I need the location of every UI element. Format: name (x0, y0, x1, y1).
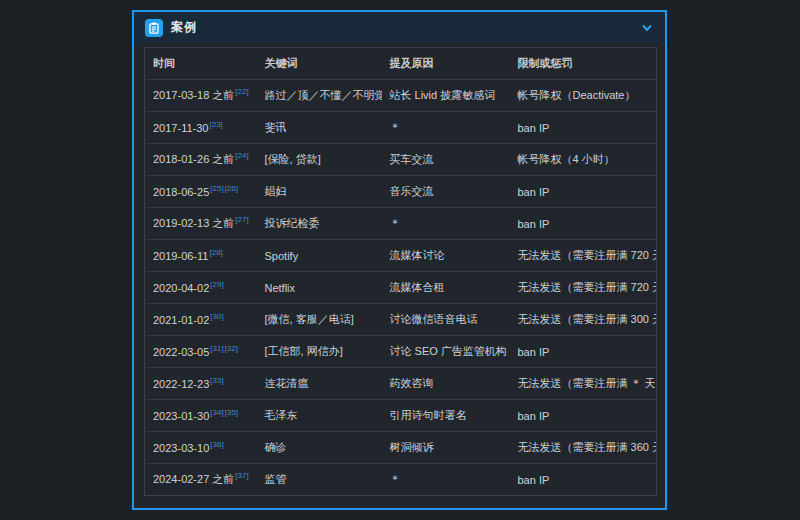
table-row: 2024-02-27 之前[37]监管＊ban IP (145, 464, 657, 496)
cell-time: 2017-03-18 之前[22] (145, 80, 257, 112)
time-text: 2022-03-05 (153, 346, 209, 358)
cell-time: 2019-02-13 之前[27] (145, 208, 257, 240)
column-header-keyword: 关键词 (257, 48, 382, 80)
column-header-penalty: 限制或惩罚 (510, 48, 657, 80)
cell-keyword: [保险, 贷款] (257, 144, 382, 176)
table-row: 2018-01-26 之前[24][保险, 贷款]买车交流帐号降权（4 小时） (145, 144, 657, 176)
cell-penalty: ban IP (510, 464, 657, 496)
time-text: 2019-02-13 之前 (153, 217, 234, 229)
citation-link[interactable]: [33] (210, 376, 223, 385)
cell-reason: 药效咨询 (382, 368, 510, 400)
cell-time: 2022-03-05[31][32] (145, 336, 257, 368)
cell-keyword: [微信, 客服／电话] (257, 304, 382, 336)
citation-link[interactable]: [29] (210, 280, 223, 289)
citation-link[interactable]: [31] (210, 344, 223, 353)
cell-reason: 讨论 SEO 广告监管机构 (382, 336, 510, 368)
table-row: 2023-01-30[34][35]毛泽东引用诗句时署名ban IP (145, 400, 657, 432)
cell-keyword: 确诊 (257, 432, 382, 464)
cases-panel-body: 时间 关键词 提及原因 限制或惩罚 2017-03-18 之前[22]路过／顶／… (134, 43, 665, 508)
cell-reason: 讨论微信语音电话 (382, 304, 510, 336)
cell-keyword: 投诉纪检委 (257, 208, 382, 240)
table-row: 2017-11-30[23]斐讯＊ban IP (145, 112, 657, 144)
table-row: 2019-06-11[28]Spotify流媒体讨论无法发送（需要注册满 720… (145, 240, 657, 272)
table-row: 2017-03-18 之前[22]路过／顶／不懂／不明觉厉站长 Livid 披露… (145, 80, 657, 112)
cell-keyword: 监管 (257, 464, 382, 496)
cell-keyword: 毛泽东 (257, 400, 382, 432)
cell-penalty: ban IP (510, 208, 657, 240)
time-text: 2024-02-27 之前 (153, 473, 234, 485)
cases-panel-header[interactable]: 案例 (134, 12, 665, 43)
cell-keyword: [工信部, 网信办] (257, 336, 382, 368)
citation-link[interactable]: [25] (210, 184, 223, 193)
cases-panel: 案例 时间 关键词 提及原因 限制或惩罚 (132, 10, 667, 510)
cell-penalty: 无法发送（需要注册满 ＊ 天） (510, 368, 657, 400)
citation-link[interactable]: [28] (209, 248, 222, 257)
cell-penalty: 帐号降权（Deactivate） (510, 80, 657, 112)
cell-keyword: Netflix (257, 272, 382, 304)
time-text: 2017-03-18 之前 (153, 89, 234, 101)
cell-keyword: 娼妇 (257, 176, 382, 208)
citation-link[interactable]: [24] (235, 151, 248, 160)
table-header-row: 时间 关键词 提及原因 限制或惩罚 (145, 48, 657, 80)
time-text: 2018-06-25 (153, 186, 209, 198)
time-text: 2018-01-26 之前 (153, 153, 234, 165)
cell-penalty: ban IP (510, 400, 657, 432)
cell-time: 2020-04-02[29] (145, 272, 257, 304)
table-row: 2022-03-05[31][32][工信部, 网信办]讨论 SEO 广告监管机… (145, 336, 657, 368)
panel-title: 案例 (171, 19, 197, 36)
cell-reason: 流媒体讨论 (382, 240, 510, 272)
cell-reason: 音乐交流 (382, 176, 510, 208)
cell-reason: 站长 Livid 披露敏感词 (382, 80, 510, 112)
cell-penalty: 无法发送（需要注册满 360 天） (510, 432, 657, 464)
time-text: 2023-01-30 (153, 410, 209, 422)
citation-link[interactable]: [30] (210, 312, 223, 321)
citation-link[interactable]: [23] (209, 120, 222, 129)
citation-link[interactable]: [34] (210, 408, 223, 417)
cell-penalty: 无法发送（需要注册满 720 天） (510, 272, 657, 304)
cell-penalty: 无法发送（需要注册满 300 天） (510, 304, 657, 336)
chevron-down-icon[interactable] (640, 21, 654, 35)
cell-reason: 引用诗句时署名 (382, 400, 510, 432)
cases-table: 时间 关键词 提及原因 限制或惩罚 2017-03-18 之前[22]路过／顶／… (144, 47, 657, 496)
cell-reason: 树洞倾诉 (382, 432, 510, 464)
cell-time: 2023-01-30[34][35] (145, 400, 257, 432)
citation-link[interactable]: [26] (225, 184, 238, 193)
cell-penalty: 帐号降权（4 小时） (510, 144, 657, 176)
cell-penalty: ban IP (510, 176, 657, 208)
cell-time: 2018-06-25[25][26] (145, 176, 257, 208)
cell-reason: ＊ (382, 112, 510, 144)
cell-time: 2018-01-26 之前[24] (145, 144, 257, 176)
citation-link[interactable]: [27] (235, 215, 248, 224)
table-row: 2020-04-02[29]Netflix流媒体合租无法发送（需要注册满 720… (145, 272, 657, 304)
column-header-time: 时间 (145, 48, 257, 80)
cell-time: 2021-01-02[30] (145, 304, 257, 336)
cell-time: 2023-03-10[36] (145, 432, 257, 464)
cell-keyword: 斐讯 (257, 112, 382, 144)
time-text: 2017-11-30 (153, 122, 208, 134)
time-text: 2021-01-02 (153, 314, 209, 326)
citation-link[interactable]: [37] (235, 471, 248, 480)
table-row: 2022-12-23[33]连花清瘟药效咨询无法发送（需要注册满 ＊ 天） (145, 368, 657, 400)
cell-time: 2017-11-30[23] (145, 112, 257, 144)
citation-link[interactable]: [36] (210, 440, 223, 449)
cell-keyword: 连花清瘟 (257, 368, 382, 400)
citation-link[interactable]: [22] (235, 87, 248, 96)
cell-time: 2019-06-11[28] (145, 240, 257, 272)
time-text: 2020-04-02 (153, 282, 209, 294)
clipboard-icon (145, 19, 163, 37)
table-row: 2021-01-02[30][微信, 客服／电话]讨论微信语音电话无法发送（需要… (145, 304, 657, 336)
cell-penalty: ban IP (510, 112, 657, 144)
cell-reason: ＊ (382, 208, 510, 240)
column-header-reason: 提及原因 (382, 48, 510, 80)
table-row: 2023-03-10[36]确诊树洞倾诉无法发送（需要注册满 360 天） (145, 432, 657, 464)
cell-penalty: ban IP (510, 336, 657, 368)
citation-link[interactable]: [32] (225, 344, 238, 353)
time-text: 2022-12-23 (153, 378, 209, 390)
cell-time: 2024-02-27 之前[37] (145, 464, 257, 496)
page-background: 案例 时间 关键词 提及原因 限制或惩罚 (0, 0, 800, 520)
citation-link[interactable]: [35] (225, 408, 238, 417)
time-text: 2023-03-10 (153, 442, 209, 454)
cell-reason: 买车交流 (382, 144, 510, 176)
cell-keyword: 路过／顶／不懂／不明觉厉 (257, 80, 382, 112)
table-row: 2018-06-25[25][26]娼妇音乐交流ban IP (145, 176, 657, 208)
